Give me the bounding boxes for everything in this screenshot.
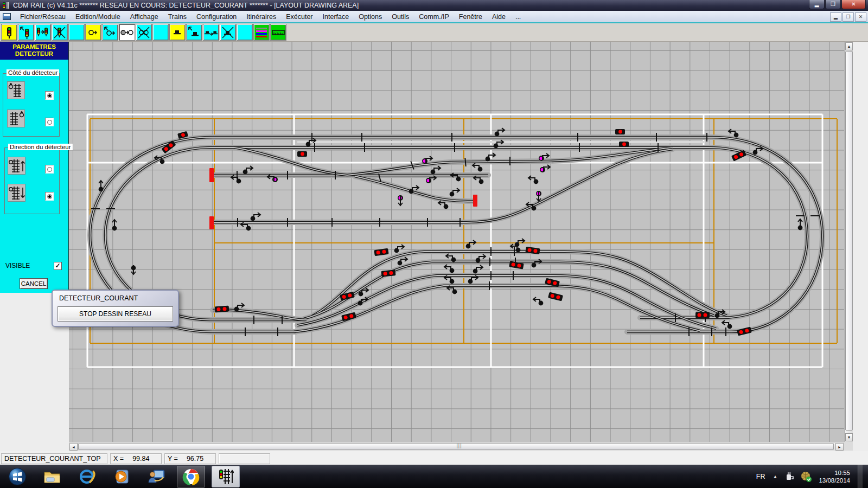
menu-item-options[interactable]: Options [354, 11, 387, 22]
close-button[interactable]: ✕ [841, 0, 866, 9]
vertical-scrollbar[interactable]: ▲ ▼ [844, 42, 853, 442]
toolbar-signal-new-button[interactable] [1, 24, 17, 41]
minimize-button[interactable]: ▂ [809, 0, 825, 9]
signal-marker[interactable] [444, 265, 454, 273]
signal-red[interactable] [619, 142, 629, 147]
toolbar-spacer-2-button[interactable] [152, 24, 169, 41]
signal-marker[interactable] [528, 176, 538, 184]
signal-red[interactable] [297, 151, 307, 157]
signal-red[interactable] [695, 312, 710, 318]
scroll-left-arrow[interactable]: ◄ [69, 443, 78, 451]
toolbar-detector-delete-button[interactable] [136, 24, 152, 41]
signal-red[interactable] [215, 306, 229, 313]
signal-marker[interactable] [99, 181, 104, 191]
taskbar-explorer[interactable] [38, 466, 66, 487]
signal-marker[interactable] [798, 219, 803, 230]
show-desktop-button[interactable] [858, 465, 863, 488]
menu-item-itin-raires[interactable]: Itinéraires [241, 11, 281, 22]
signal-marker[interactable] [394, 245, 404, 253]
menu-item--[interactable]: ... [510, 11, 526, 22]
toolbar-signal-copy-button[interactable] [35, 24, 51, 41]
menu-item-comm-ip[interactable]: Comm./IP [414, 11, 454, 22]
menu-item-configuration[interactable]: Configuration [192, 11, 241, 22]
buffer-stop[interactable] [473, 195, 477, 207]
taskbar-chrome[interactable] [177, 466, 205, 487]
menu-item-trains[interactable]: Trains [163, 11, 192, 22]
menu-item-affichage[interactable]: Affichage [125, 11, 163, 22]
mdi-restore-button[interactable]: ❐ [843, 12, 854, 22]
direction-down-radio[interactable] [45, 192, 54, 201]
toolbar-signal-delete-button[interactable] [52, 24, 68, 41]
mdi-document-icon[interactable] [3, 13, 11, 20]
taskbar-media-player[interactable] [107, 466, 136, 487]
menu-item-edition-module[interactable]: Edition/Module [71, 11, 125, 22]
scroll-down-arrow[interactable]: ▼ [845, 433, 853, 441]
signal-red[interactable] [615, 129, 625, 134]
side-right-radio[interactable] [45, 118, 54, 126]
globe-check-icon[interactable] [800, 471, 812, 483]
side-left-radio[interactable] [45, 91, 54, 100]
signal-marker[interactable] [533, 297, 543, 305]
network-plug-icon[interactable] [784, 471, 795, 482]
cancel-button[interactable]: CANCEL [20, 278, 48, 289]
scroll-grip[interactable]: ||| [457, 444, 463, 448]
status-x: X =99.84 [110, 453, 162, 464]
hidden-icons-chevron[interactable]: ▲ [773, 474, 778, 479]
taskbar-cdm-rail[interactable] [212, 466, 240, 487]
language-indicator[interactable]: FR [756, 473, 765, 480]
menu-item-fen-tre[interactable]: Fenêtre [454, 11, 487, 22]
menu-item-interface[interactable]: Interface [318, 11, 354, 22]
toolbar-layers-button[interactable] [253, 24, 270, 41]
toolbar-block-delete-button[interactable] [220, 24, 236, 41]
toolbar-spacer-1-button[interactable] [68, 24, 85, 41]
menu-item-fichier-r-seau[interactable]: Fichier/Réseau [15, 11, 71, 22]
signal-red[interactable] [374, 248, 388, 256]
signal-marker[interactable] [112, 220, 117, 230]
signal-marker[interactable] [450, 188, 459, 196]
signal-red[interactable] [737, 327, 752, 336]
horizontal-scroll-thumb[interactable] [78, 443, 834, 450]
detector-magenta[interactable] [540, 165, 550, 172]
menu-item-outils[interactable]: Outils [387, 11, 414, 22]
layout-drawing-area[interactable] [69, 42, 844, 442]
toolbar-block-move-button[interactable] [186, 24, 202, 41]
tray-clock[interactable]: 10:55 13/08/2014 [819, 469, 850, 484]
track-rails-loop-right-outer[interactable] [627, 137, 822, 332]
toolbar-detector-new-button[interactable] [85, 24, 101, 41]
restore-button[interactable]: ❐ [825, 0, 841, 9]
signal-marker[interactable] [473, 265, 483, 273]
toolbar-ruler-button[interactable] [270, 24, 286, 41]
toolbar-spacer-3-button[interactable] [237, 24, 253, 41]
signal-red[interactable] [548, 292, 563, 301]
mdi-close-button[interactable]: ✕ [855, 12, 866, 22]
toolbar-signal-move-button[interactable] [18, 24, 34, 41]
detector-magenta[interactable] [536, 191, 541, 201]
visible-checkbox[interactable]: ✓ [54, 262, 62, 270]
detector-magenta[interactable] [398, 195, 403, 206]
taskbar-start-button[interactable] [3, 466, 31, 487]
signal-marker[interactable] [722, 320, 732, 329]
taskbar-remote-user[interactable] [142, 466, 170, 487]
buffer-stop[interactable] [209, 168, 214, 182]
signal-marker[interactable] [131, 265, 136, 274]
direction-up-icon [8, 157, 25, 175]
buffer-stop[interactable] [209, 216, 214, 229]
scroll-right-arrow[interactable]: ► [835, 443, 844, 451]
toolbar-block-new-button[interactable] [169, 24, 186, 41]
toolbar-block-copy-button[interactable] [203, 24, 219, 41]
stop-dessin-reseau-button[interactable]: STOP DESSIN RESEAU [58, 306, 173, 322]
menu-item-ex-cuter[interactable]: Exécuter [281, 11, 317, 22]
menu-item-aide[interactable]: Aide [487, 11, 510, 22]
scroll-up-arrow[interactable]: ▲ [845, 42, 853, 50]
mdi-minimize-button[interactable]: ▂ [830, 12, 841, 22]
horizontal-scrollbar[interactable]: ◄ ||| ► [69, 442, 844, 451]
toolbar-detector-copy-button[interactable] [119, 24, 135, 41]
group-side-label: Côté du détecteur [7, 69, 59, 76]
signal-marker[interactable] [466, 240, 476, 248]
direction-up-radio[interactable] [45, 165, 54, 174]
signal-red[interactable] [381, 269, 395, 277]
status-y: Y =96.75 [164, 453, 216, 464]
toolbar-detector-move-button[interactable] [102, 24, 118, 41]
vertical-scroll-thumb[interactable] [845, 51, 853, 431]
taskbar-internet-explorer[interactable] [73, 466, 101, 487]
